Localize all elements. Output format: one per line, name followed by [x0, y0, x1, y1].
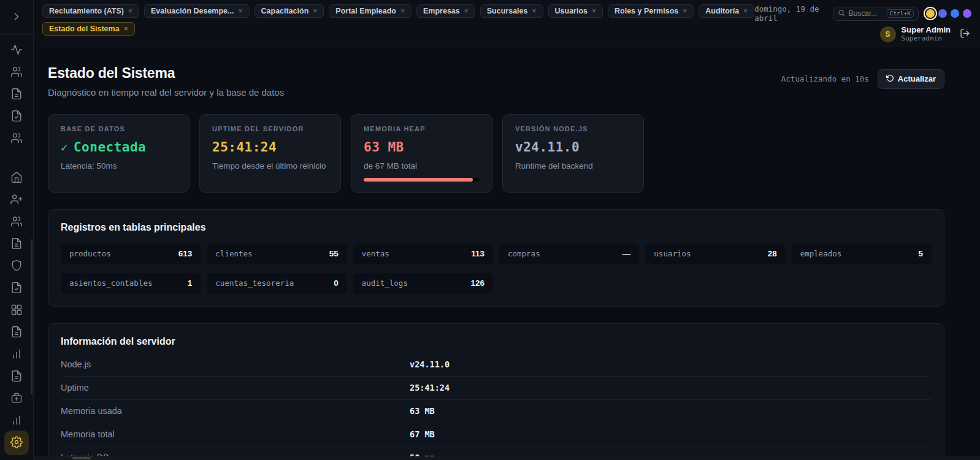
- table-count-compras: compras—: [499, 243, 639, 264]
- user-block: S Super Admin Superadmin: [880, 26, 971, 43]
- sidebar-expand-button[interactable]: [3, 6, 30, 28]
- logout-button[interactable]: [960, 28, 970, 40]
- page-header: Estado del Sistema Diagnóstico en tiempo…: [48, 65, 944, 98]
- sidebar-item-file-text[interactable]: [3, 233, 30, 255]
- sidebar-item-file-text[interactable]: [3, 83, 30, 105]
- topbar-right: domingo, 19 de abril Ctrl+K S Super Admi…: [754, 4, 971, 43]
- search-box[interactable]: Ctrl+K: [833, 7, 919, 21]
- tab-close-icon[interactable]: ×: [592, 7, 596, 15]
- file-text-icon: [10, 88, 23, 102]
- tab-close-icon[interactable]: ×: [464, 7, 469, 15]
- sidebar-item-users[interactable]: [3, 61, 30, 83]
- horizontal-scrollbar[interactable]: [34, 456, 980, 460]
- theme-dot-violet[interactable]: [963, 9, 971, 18]
- tab-label: Portal Empleado: [335, 7, 396, 15]
- table-count: 28: [768, 249, 777, 258]
- sidebar-scrollbar-thumb[interactable]: [31, 239, 33, 394]
- server-info-value: 25:41:24: [410, 383, 450, 393]
- table-count-clientes: clientes55: [207, 243, 346, 264]
- sidebar-item-bar-chart[interactable]: [3, 410, 30, 432]
- tab-close-icon[interactable]: ×: [128, 7, 132, 15]
- sidebar-header: [0, 0, 33, 35]
- refresh-countdown: Actualizando en 10s: [781, 74, 869, 83]
- user-role: Superadmin: [902, 35, 942, 43]
- tab-label: Auditoría: [705, 7, 739, 15]
- theme-dot-yellow[interactable]: [926, 9, 935, 18]
- server-info-row: Uptime25:41:24: [61, 377, 932, 400]
- tab-close-icon[interactable]: ×: [313, 7, 317, 15]
- topbar: Reclutamiento (ATS)×Evaluación Desempe..…: [34, 0, 980, 47]
- table-name: compras: [508, 249, 540, 258]
- tab-auditor-a[interactable]: Auditoría×: [699, 4, 754, 18]
- user-meta: Super Admin Superadmin: [902, 26, 951, 43]
- sidebar-item-activity[interactable]: [3, 39, 30, 61]
- avatar[interactable]: S: [880, 26, 896, 42]
- tab-close-icon[interactable]: ×: [683, 7, 687, 15]
- search-input[interactable]: [849, 9, 883, 18]
- sidebar-item-grid[interactable]: [3, 299, 30, 321]
- refresh-icon: [886, 74, 894, 84]
- main-area: Reclutamiento (ATS)×Evaluación Desempe..…: [34, 0, 980, 460]
- table-count: 113: [471, 249, 484, 258]
- users-icon: [10, 66, 23, 80]
- tab-reclutamiento-ats-[interactable]: Reclutamiento (ATS)×: [42, 4, 139, 18]
- stat-card-value-row: 25:41:24: [212, 140, 328, 155]
- table-count-audit_logs: audit_logs126: [353, 273, 493, 294]
- tab-roles-y-permisos[interactable]: Roles y Permisos×: [608, 4, 694, 18]
- sidebar-item-file-check[interactable]: [3, 105, 30, 128]
- users-icon: [10, 215, 23, 229]
- tabs-row-2: Estado del Sistema×: [42, 22, 754, 36]
- tab-estado-del-sistema[interactable]: Estado del Sistema×: [42, 22, 135, 36]
- users-icon: [10, 132, 23, 146]
- server-info-label: Memoria usada: [61, 406, 410, 416]
- sidebar-item-briefcase-medical[interactable]: [3, 388, 30, 410]
- search-icon: [838, 8, 845, 19]
- tab-evaluaci-n-desempe-[interactable]: Evaluación Desempe...×: [144, 4, 250, 18]
- tab-usuarios[interactable]: Usuarios×: [548, 4, 603, 18]
- tab-close-icon[interactable]: ×: [400, 7, 405, 15]
- topbar-utilities: domingo, 19 de abril Ctrl+K: [754, 4, 971, 23]
- sidebar-item-file-check[interactable]: [3, 277, 30, 299]
- user-plus-icon: [10, 193, 23, 207]
- tab-sucursales[interactable]: Sucursales×: [480, 4, 543, 18]
- refresh-button[interactable]: Actualizar: [878, 69, 944, 89]
- sidebar-nav: [0, 35, 33, 454]
- tab-close-icon[interactable]: ×: [532, 7, 537, 15]
- page-title: Estado del Sistema: [48, 65, 284, 82]
- tab-empresas[interactable]: Empresas×: [416, 4, 475, 18]
- sidebar-item-users[interactable]: [3, 211, 30, 233]
- sidebar-item-bar-chart[interactable]: [3, 343, 30, 366]
- sidebar-item-shield[interactable]: [3, 255, 30, 277]
- sidebar-item-settings[interactable]: [4, 431, 29, 455]
- sidebar-item-file-text[interactable]: [3, 366, 30, 388]
- tab-close-icon[interactable]: ×: [239, 7, 243, 15]
- table-name: audit_logs: [362, 278, 408, 288]
- table-count: 55: [329, 249, 339, 258]
- table-name: usuarios: [654, 249, 691, 258]
- tab-portal-empleado[interactable]: Portal Empleado×: [329, 4, 412, 18]
- tab-close-icon[interactable]: ×: [124, 25, 128, 33]
- stat-card-subtext: Runtime del backend: [515, 161, 631, 171]
- sidebar-item-users[interactable]: [3, 128, 30, 150]
- theme-dot-blue[interactable]: [951, 9, 959, 18]
- tables-panel-title: Registros en tablas principales: [61, 222, 932, 233]
- tab-close-icon[interactable]: ×: [743, 7, 748, 15]
- refresh-controls: Actualizando en 10s Actualizar: [781, 69, 944, 89]
- tab-capacitaci-n[interactable]: Capacitación×: [255, 4, 324, 18]
- table-name: cuentas_tesoreria: [215, 278, 294, 288]
- server-info-rows: Node.jsv24.11.0Uptime25:41:24Memoria usa…: [61, 353, 932, 460]
- server-info-label: Node.js: [61, 359, 410, 369]
- theme-dot-indigo[interactable]: [938, 9, 947, 18]
- sidebar-item-file-text[interactable]: [3, 321, 30, 343]
- horizontal-scrollbar-thumb[interactable]: [72, 457, 91, 459]
- table-name: empleados: [800, 249, 842, 258]
- stat-card-subtext: de 67 MB total: [364, 161, 480, 171]
- server-info-label: Uptime: [61, 383, 410, 393]
- tab-label: Sucursales: [487, 7, 528, 15]
- sidebar-item-user-plus[interactable]: [3, 189, 30, 211]
- table-count: 5: [918, 249, 923, 258]
- theme-color-picker: [926, 9, 971, 18]
- page-subtitle: Diagnóstico en tiempo real del servidor …: [48, 87, 284, 98]
- current-date: domingo, 19 de abril: [754, 4, 825, 23]
- sidebar-item-home[interactable]: [3, 167, 30, 189]
